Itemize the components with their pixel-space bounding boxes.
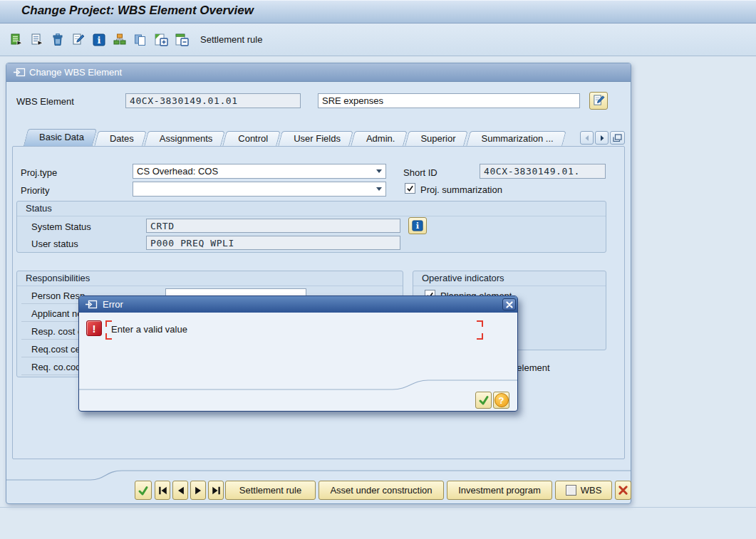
help-icon: ? — [494, 393, 509, 407]
modal-window-icon — [14, 68, 26, 77]
green-check-icon — [478, 394, 490, 406]
error-dialog: Error ! Enter a valid value ? — [78, 295, 518, 412]
bottom-separator — [0, 507, 756, 508]
settlement-rule-button[interactable]: Settlement rule — [225, 481, 316, 500]
cancel-button[interactable] — [615, 481, 631, 500]
screen-title-bar: Change Project: WBS Element Overview — [0, 0, 756, 23]
chevron-down-icon — [376, 169, 382, 173]
tab-control[interactable]: Control — [224, 131, 279, 146]
wbs-button[interactable]: WBS — [555, 481, 612, 500]
last-wbs-button[interactable] — [208, 481, 224, 500]
error-icon: ! — [86, 320, 102, 336]
info-icon[interactable]: i — [90, 31, 108, 49]
proj-type-label: Proj.type — [21, 167, 57, 178]
settlement-rule-toolbar-label[interactable]: Settlement rule — [200, 34, 262, 45]
checkbox-square-icon — [566, 485, 576, 496]
trash-icon[interactable] — [48, 31, 67, 49]
last-icon — [211, 486, 222, 496]
edit-pencil-icon — [593, 95, 605, 107]
status-info-button[interactable]: i — [408, 217, 427, 234]
status-groupbox-title: Status — [17, 202, 606, 216]
tab-dates[interactable]: Dates — [96, 131, 145, 146]
tab-list-icon — [613, 134, 622, 142]
short-id-label: Short ID — [403, 167, 437, 178]
next-wbs-button[interactable] — [190, 481, 206, 500]
short-id-field[interactable]: 40CX-3830149.01. — [480, 164, 606, 179]
sap-screen: { "window": { "title": "Change Project: … — [0, 0, 756, 539]
expand-icon[interactable] — [152, 31, 170, 49]
previous-wbs-button[interactable] — [172, 481, 188, 500]
chevron-down-icon — [376, 187, 382, 191]
hierarchy-icon[interactable] — [110, 31, 129, 49]
next-icon — [193, 486, 204, 496]
asset-under-construction-button[interactable]: Asset under construction — [319, 481, 444, 500]
tab-basic-data[interactable]: Basic Data — [26, 129, 95, 146]
confirm-button[interactable] — [135, 481, 152, 500]
red-x-icon — [618, 485, 628, 496]
priority-dropdown[interactable] — [133, 182, 386, 197]
collapse-icon[interactable] — [172, 31, 191, 49]
wbs-element-id-field[interactable]: 40CX-3830149.01.01 — [125, 93, 301, 108]
tab-summarization[interactable]: Summarization ... — [468, 131, 564, 146]
tab-overview-button[interactable] — [610, 131, 625, 145]
doc-arrow-white-icon[interactable] — [28, 31, 46, 49]
dialog-close-button[interactable] — [502, 298, 516, 310]
wbs-element-description-field[interactable]: SRE expenses — [318, 93, 580, 108]
edit-pencil-icon[interactable] — [69, 31, 88, 49]
svg-text:i: i — [98, 35, 101, 46]
priority-label: Priority — [21, 185, 49, 196]
proj-summarization-checkbox[interactable] — [405, 183, 415, 194]
doc-arrow-green-icon[interactable] — [7, 31, 26, 49]
copy-icon[interactable] — [131, 31, 150, 49]
first-icon — [157, 486, 168, 496]
selection-bracket — [477, 320, 483, 327]
green-check-icon — [138, 485, 149, 496]
dialog-help-button[interactable]: ? — [493, 392, 509, 409]
operative-indicators-title: Operative indicators — [413, 271, 606, 286]
responsibilities-groupbox-title: Responsibilities — [17, 271, 403, 286]
proj-type-dropdown[interactable]: CS Overhead: COS — [133, 164, 386, 179]
close-x-icon — [506, 301, 513, 308]
screen-title: Change Project: WBS Element Overview — [21, 4, 254, 18]
tab-admin[interactable]: Admin. — [353, 131, 405, 146]
applicant-no-label: Applicant no. — [31, 308, 85, 319]
error-message: Enter a valid value — [111, 324, 187, 335]
checkmark-icon — [406, 184, 414, 192]
dialog-continue-button[interactable] — [475, 392, 492, 409]
first-wbs-button[interactable] — [155, 481, 170, 500]
tab-user-fields[interactable]: User Fields — [280, 131, 351, 146]
wbs-panel-title: Change WBS Element — [29, 67, 122, 78]
user-status-field[interactable]: P000 PREQ WPLI — [146, 236, 400, 250]
error-dialog-titlebar[interactable]: Error — [79, 296, 517, 313]
dialog-footer-divider — [79, 373, 517, 397]
tab-scroll-left-button[interactable] — [580, 131, 594, 145]
tab-scroll-right-button[interactable] — [595, 131, 609, 145]
tab-strip: Basic Data Dates Assignments Control Use… — [26, 129, 566, 146]
selection-bracket — [477, 333, 483, 340]
error-dialog-title: Error — [103, 299, 123, 310]
application-toolbar: i Settlement rule — [0, 23, 756, 56]
investment-program-button[interactable]: Investment program — [447, 481, 552, 500]
svg-text:i: i — [416, 221, 420, 231]
tab-superior[interactable]: Superior — [407, 131, 466, 146]
modal-window-icon — [86, 300, 98, 309]
wbs-panel: Change WBS Element WBS Element 40CX-3830… — [6, 63, 631, 504]
previous-icon — [175, 486, 186, 496]
system-status-field[interactable]: CRTD — [146, 219, 400, 233]
chevron-left-icon — [584, 135, 591, 142]
tab-assignments[interactable]: Assignments — [146, 131, 223, 146]
user-status-label: User status — [31, 239, 78, 249]
info-icon: i — [412, 220, 423, 231]
chevron-right-icon — [599, 135, 606, 142]
edit-description-button[interactable] — [589, 92, 608, 110]
proj-summarization-label: Proj. summarization — [420, 184, 502, 195]
system-status-label: System Status — [31, 221, 91, 232]
wbs-panel-header: Change WBS Element — [6, 63, 631, 82]
status-groupbox: Status System Status CRTD i User status … — [16, 201, 606, 253]
wbs-element-label: WBS Element — [16, 96, 74, 107]
